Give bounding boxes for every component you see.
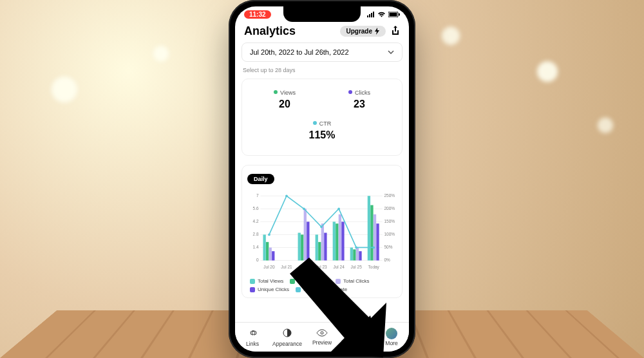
status-time-recording: 11:32: [244, 10, 271, 19]
legend-total-views: Total Views: [250, 278, 283, 284]
chart-period-pill[interactable]: Daily: [247, 174, 274, 184]
svg-point-68: [321, 332, 323, 334]
svg-rect-58: [376, 223, 379, 260]
svg-rect-47: [339, 214, 341, 261]
phone-frame: 11:32 Analytics Upgrade: [229, 0, 415, 358]
svg-rect-55: [368, 196, 370, 260]
svg-point-65: [355, 247, 357, 249]
tab-preview[interactable]: Preview: [305, 323, 339, 352]
legend-total-clicks: Total Clicks: [336, 278, 369, 284]
eye-icon: [316, 328, 328, 339]
page-title: Analytics: [244, 24, 296, 38]
svg-rect-25: [263, 234, 265, 260]
wifi-icon: [377, 12, 386, 17]
svg-rect-38: [307, 221, 309, 260]
legend-ctr: Click Through Rate: [296, 287, 347, 292]
svg-point-63: [320, 225, 323, 228]
svg-rect-3: [373, 12, 374, 17]
chart-card: Daily 01.42.84.25.670%50%100%150%200%250…: [242, 165, 402, 298]
stat-ctr-value: 115%: [247, 129, 397, 141]
svg-rect-69: [352, 333, 354, 337]
svg-rect-52: [356, 247, 359, 260]
svg-text:Jul 24: Jul 24: [333, 265, 345, 269]
svg-text:2.8: 2.8: [253, 232, 259, 236]
svg-rect-70: [355, 330, 357, 337]
content-scroll[interactable]: Jul 20th, 2022 to Jul 26th, 2022 Select …: [235, 42, 409, 322]
chart-legend: Total Views Unique Views Total Clicks Un…: [247, 273, 397, 292]
svg-text:Jul 20: Jul 20: [263, 265, 275, 269]
date-hint: Select up to 28 days: [242, 66, 402, 79]
stat-clicks-value: 23: [322, 99, 397, 110]
svg-rect-1: [369, 14, 370, 17]
svg-point-64: [337, 207, 340, 210]
svg-text:5.6: 5.6: [253, 206, 259, 211]
svg-rect-2: [371, 13, 372, 17]
legend-unique-clicks: Unique Clicks: [250, 287, 289, 292]
date-range-picker[interactable]: Jul 20th, 2022 to Jul 26th, 2022: [242, 42, 402, 62]
stat-views: Views 20: [247, 86, 322, 110]
analytics-icon: [352, 328, 362, 339]
svg-text:Jul 21: Jul 21: [281, 265, 292, 269]
clicks-dot-icon: [348, 90, 352, 94]
phone-notch: [283, 6, 361, 22]
ctr-dot-icon: [313, 121, 317, 125]
svg-point-66: [372, 247, 375, 249]
svg-text:1.4: 1.4: [253, 245, 259, 249]
svg-rect-48: [341, 221, 344, 260]
date-range-text: Jul 20th, 2022 to Jul 26th, 2022: [250, 48, 349, 56]
svg-text:150%: 150%: [384, 219, 395, 223]
svg-rect-42: [321, 223, 324, 260]
phone-screen: 11:32 Analytics Upgrade: [235, 6, 409, 352]
svg-text:200%: 200%: [384, 206, 395, 211]
svg-text:0%: 0%: [384, 258, 391, 262]
stats-summary-card: Views 20 Clicks 23 CTR 115%: [242, 79, 402, 156]
svg-point-60: [268, 234, 270, 236]
views-dot-icon: [274, 90, 278, 94]
tab-bar: Links Appearance Preview Analytics More: [235, 322, 409, 352]
tab-appearance[interactable]: Appearance: [270, 323, 305, 352]
battery-icon: [388, 12, 400, 17]
chevron-down-icon: [388, 50, 394, 54]
svg-rect-51: [353, 249, 355, 260]
svg-rect-27: [269, 247, 272, 260]
svg-rect-36: [301, 234, 303, 260]
svg-rect-41: [318, 242, 321, 261]
svg-rect-35: [298, 233, 301, 261]
svg-rect-46: [336, 223, 338, 260]
chart: 01.42.84.25.670%50%100%150%200%250%Jul 2…: [247, 189, 397, 273]
svg-rect-6: [399, 13, 400, 15]
avatar-icon: [386, 328, 397, 339]
svg-text:4.2: 4.2: [253, 219, 259, 223]
svg-rect-56: [370, 205, 373, 261]
svg-text:Jul 23: Jul 23: [316, 265, 327, 269]
lightning-icon: [374, 28, 380, 35]
svg-text:Jul 25: Jul 25: [351, 265, 363, 269]
stat-ctr: CTR 115%: [247, 117, 397, 141]
svg-rect-71: [359, 328, 361, 337]
upgrade-button[interactable]: Upgrade: [340, 26, 386, 37]
tab-links[interactable]: Links: [235, 323, 270, 352]
share-icon: [391, 26, 400, 36]
svg-text:0: 0: [256, 258, 259, 262]
upgrade-label: Upgrade: [346, 28, 372, 35]
svg-text:100%: 100%: [384, 232, 395, 236]
share-button[interactable]: [391, 26, 400, 37]
status-icons: [367, 12, 400, 17]
tab-analytics[interactable]: Analytics: [339, 323, 374, 352]
links-icon: [247, 328, 258, 340]
svg-text:250%: 250%: [384, 193, 395, 198]
svg-rect-57: [374, 214, 376, 261]
svg-rect-5: [390, 12, 397, 16]
backdrop: 11:32 Analytics Upgrade: [0, 0, 644, 358]
svg-rect-26: [266, 242, 269, 261]
legend-unique-views: Unique Views: [290, 278, 329, 284]
signal-icon: [367, 12, 375, 17]
svg-rect-45: [333, 221, 336, 260]
svg-rect-53: [359, 251, 361, 260]
svg-text:7: 7: [256, 193, 259, 198]
stat-views-value: 20: [247, 99, 322, 110]
tab-more[interactable]: More: [374, 323, 409, 352]
svg-rect-28: [272, 251, 274, 260]
stat-clicks: Clicks 23: [322, 86, 397, 110]
svg-rect-43: [324, 233, 327, 261]
